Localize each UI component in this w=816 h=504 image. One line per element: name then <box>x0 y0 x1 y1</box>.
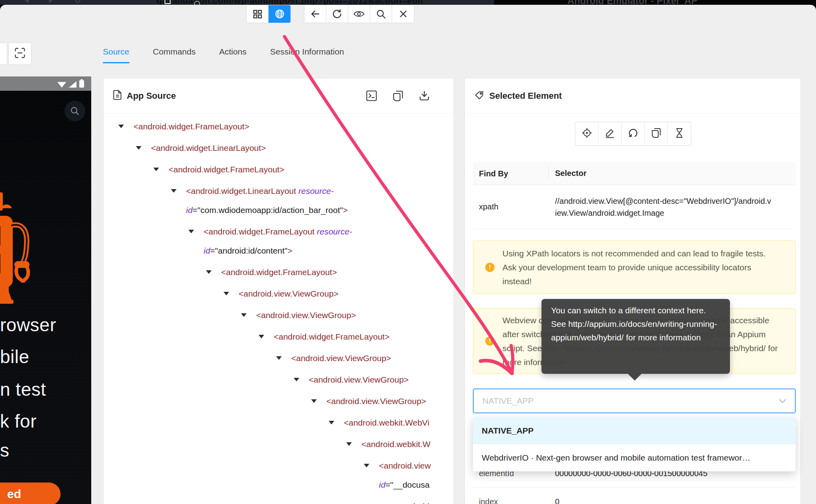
tree-node[interactable]: <android.widget.LinearLayout> <box>118 139 453 158</box>
browser-forward-icon: ▸ <box>49 0 53 5</box>
battery-icon <box>79 79 84 89</box>
expander-arrow-icon[interactable] <box>294 378 299 381</box>
tree-node[interactable]: <android.view.ViewGroup> <box>118 349 453 368</box>
expander-arrow-icon[interactable] <box>224 292 229 295</box>
expander-arrow-icon[interactable] <box>346 442 352 446</box>
tree-node[interactable]: <android.viewid="__docusa <box>118 456 453 494</box>
tree-node[interactable]: <android.widget.FrameLayout resource-id=… <box>118 222 453 260</box>
terminal-icon[interactable] <box>366 90 377 102</box>
context-select[interactable]: NATIVE_APP <box>473 389 796 413</box>
expander-arrow-icon[interactable] <box>118 125 124 128</box>
device-cta-button-fragment[interactable]: ed <box>0 483 61 504</box>
expander-arrow-icon[interactable] <box>171 189 177 193</box>
browser-refresh-icon: ↻ <box>74 0 81 5</box>
attribute-name: index <box>479 497 555 504</box>
browser-extension-icon <box>165 0 171 4</box>
tree-node[interactable]: <android.view.ViewGroup> <box>118 392 453 411</box>
copy-attributes-button[interactable] <box>645 122 668 145</box>
expander-arrow-icon[interactable] <box>206 270 212 274</box>
device-text-fragment: bile <box>0 346 29 367</box>
tree-node[interactable]: <android.webkit.W <box>118 435 453 454</box>
device-text-fragment: k for <box>0 410 37 432</box>
select-element-button[interactable] <box>8 43 31 65</box>
context-dropdown: NATIVE_APP WebdriverIO · Next-gen browse… <box>473 417 796 471</box>
appium-inspector-screen: ◂ ▸ ↻ qavalidation.com/wp-admin/post.php… <box>0 0 816 504</box>
tab-actions[interactable]: Actions <box>219 47 247 63</box>
eye-icon <box>353 10 365 18</box>
emulator-window-title: Android Emulator - Pixel_AP <box>567 0 698 5</box>
device-screenshot-mirror[interactable]: rowser bile n test k for s ed <box>0 76 91 504</box>
cellular-icon <box>69 81 76 89</box>
expander-arrow-icon[interactable] <box>153 168 159 171</box>
expander-arrow-icon[interactable] <box>329 421 334 424</box>
highlight-elements-button[interactable] <box>348 5 370 23</box>
tab-commands[interactable]: Commands <box>153 47 196 63</box>
expander-arrow-icon[interactable] <box>259 335 264 338</box>
hourglass-icon <box>675 128 684 140</box>
xpath-warning-banner: ! Using XPath locators is not recommende… <box>473 240 796 294</box>
tab-source[interactable]: Source <box>103 47 129 63</box>
clipped-header-button[interactable] <box>0 43 7 65</box>
send-keys-button[interactable] <box>598 122 622 145</box>
attribute-value: 0 <box>555 497 559 504</box>
web-hybrid-mode-button[interactable] <box>269 5 290 23</box>
back-button[interactable] <box>304 5 326 23</box>
rotate-icon <box>628 128 638 140</box>
tooltip-caret <box>628 374 641 381</box>
background-browser-bar: ◂ ▸ ↻ qavalidation.com/wp-admin/post.php… <box>0 0 816 5</box>
scan-select-icon <box>14 47 26 60</box>
document-icon <box>113 90 122 102</box>
context-option-native-app[interactable]: NATIVE_APP <box>473 417 796 444</box>
expander-arrow-icon[interactable] <box>276 356 282 360</box>
element-action-buttons <box>575 122 691 145</box>
tree-node[interactable]: <android.webkit.WebVi <box>118 413 453 432</box>
expander-arrow-icon[interactable] <box>241 313 247 317</box>
device-text-fragment: s <box>0 440 10 461</box>
expander-arrow-icon[interactable] <box>136 146 141 150</box>
search-elements-button[interactable] <box>370 5 392 23</box>
tree-node[interactable]: <android.view.ViewGroup> <box>118 306 453 325</box>
tree-node[interactable]: <android.widget.FrameLayout> <box>118 160 453 179</box>
refresh-source-button[interactable] <box>326 5 348 23</box>
tab-session-information[interactable]: Session Information <box>270 47 344 63</box>
device-text-fragment: rowser <box>0 314 56 336</box>
globe-icon <box>275 9 285 19</box>
device-statusbar <box>0 76 91 91</box>
tree-node[interactable]: <android.view.ViewGroup> <box>118 284 453 303</box>
tree-node[interactable]: <android.widget.FrameLayout> <box>118 263 453 282</box>
selected-element-title: Selected Element <box>489 91 562 101</box>
selected-element-header: Selected Element <box>465 78 800 113</box>
selected-element-panel: Selected Element Find By Selector xpath … <box>465 78 801 504</box>
tree-node[interactable]: <android. <box>118 497 453 504</box>
tooltip-text: You can switch to a different context he… <box>551 304 720 344</box>
webdriverio-robot-illustration <box>0 179 33 316</box>
app-source-header: App Source <box>104 78 453 113</box>
tree-node[interactable]: <android.widget.LinearLayout resource-id… <box>118 182 453 220</box>
tree-node[interactable]: <android.widget.FrameLayout> <box>118 327 453 346</box>
warning-icon: ! <box>485 263 494 272</box>
expander-arrow-icon[interactable] <box>188 230 194 233</box>
copy-icon[interactable] <box>393 90 403 102</box>
download-icon[interactable] <box>419 90 430 102</box>
clear-element-button[interactable] <box>622 122 645 145</box>
context-mode-toolbar <box>247 5 290 23</box>
quit-session-button[interactable] <box>392 5 414 23</box>
wait-for-element-button[interactable] <box>668 122 691 145</box>
app-source-title: App Source <box>127 91 176 101</box>
expander-arrow-icon[interactable] <box>311 399 317 403</box>
edit-icon <box>605 128 615 140</box>
tree-node[interactable]: <android.view.ViewGroup> <box>118 370 453 389</box>
context-select-value: NATIVE_APP <box>483 396 534 406</box>
grid-icon <box>253 10 262 19</box>
device-search-button[interactable] <box>65 101 85 121</box>
app-source-panel: App Source <android.widget.FrameLayout><… <box>103 78 454 504</box>
locate-element-button[interactable] <box>575 122 598 145</box>
warning-icon: ! <box>485 336 494 346</box>
context-option-webview[interactable]: WebdriverIO · Next-gen browser and mobil… <box>473 444 796 471</box>
native-app-mode-button[interactable] <box>247 5 269 23</box>
expander-arrow-icon[interactable] <box>364 464 369 467</box>
find-by-table-header: Find By Selector <box>473 162 796 185</box>
copy-icon <box>651 128 661 140</box>
xpath-warning-text: Using XPath locators is not recommended … <box>502 246 781 288</box>
tree-node[interactable]: <android.widget.FrameLayout> <box>118 117 453 136</box>
